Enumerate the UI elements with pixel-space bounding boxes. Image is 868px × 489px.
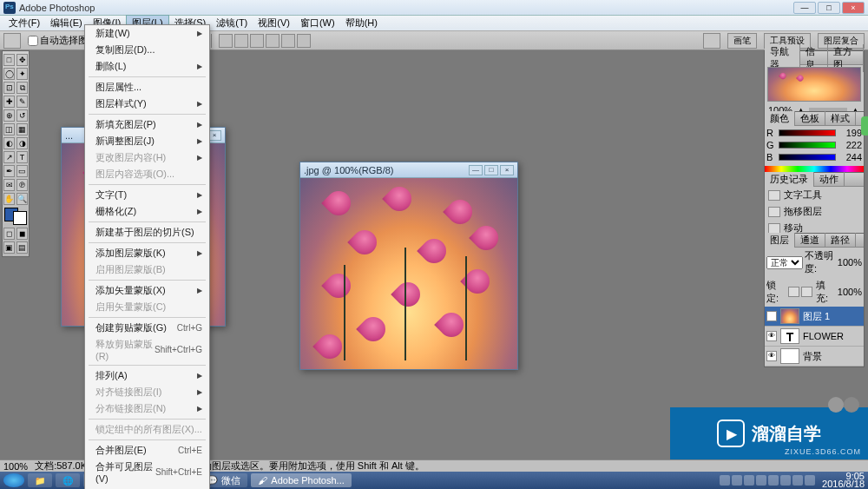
- tab-actions[interactable]: 动作: [814, 172, 845, 187]
- tool-brush[interactable]: ✎: [16, 96, 28, 108]
- menu-item[interactable]: 新填充图层(P)▶: [85, 116, 209, 133]
- history-item[interactable]: 拖移图层: [765, 203, 864, 220]
- edge-tab[interactable]: [861, 116, 868, 135]
- distribute-icon[interactable]: [281, 34, 295, 48]
- menu-item[interactable]: 删除(L)▶: [85, 58, 209, 75]
- visibility-icon[interactable]: 👁: [766, 331, 777, 341]
- distribute-icon[interactable]: [297, 34, 311, 48]
- minimize-button[interactable]: —: [793, 2, 816, 14]
- close-button[interactable]: ×: [842, 2, 865, 14]
- tool-slice[interactable]: ⧉: [16, 82, 28, 94]
- tool-shape[interactable]: ▭: [16, 165, 28, 177]
- maximize-button[interactable]: □: [818, 2, 840, 14]
- tool-eyedrop[interactable]: ℗: [16, 179, 28, 191]
- menu-item[interactable]: 新建基于图层的切片(S): [85, 224, 209, 241]
- tool-blur[interactable]: ◐: [3, 137, 15, 149]
- tab-styles[interactable]: 样式: [825, 111, 856, 126]
- tool-stamp[interactable]: ⊕: [3, 109, 15, 122]
- tool-zoom[interactable]: 🔍: [16, 193, 28, 205]
- menu-item[interactable]: 合并图层(E)Ctrl+E: [85, 442, 209, 459]
- start-button[interactable]: [3, 473, 24, 487]
- distribute-icon[interactable]: [250, 34, 264, 48]
- history-item[interactable]: 文字工具: [765, 187, 864, 203]
- tool-path[interactable]: ↗: [3, 151, 15, 163]
- tool-move[interactable]: ✥: [16, 54, 28, 66]
- menu-item[interactable]: 排列(A)▶: [85, 367, 209, 384]
- toggle-icon[interactable]: [703, 33, 720, 49]
- menu-edit[interactable]: 编辑(E): [45, 16, 88, 30]
- b-slider[interactable]: [779, 154, 836, 161]
- tool-notes[interactable]: ✉: [3, 179, 15, 191]
- tab-channels[interactable]: 通道: [795, 233, 825, 248]
- menu-item[interactable]: 新建(W)▶: [85, 25, 209, 42]
- g-slider[interactable]: [779, 142, 836, 149]
- tool-mode[interactable]: ◻: [3, 228, 15, 240]
- navigator-thumbnail[interactable]: [767, 67, 861, 102]
- color-swatch[interactable]: [4, 208, 27, 225]
- menu-item[interactable]: 图层属性...: [85, 79, 209, 96]
- menu-item[interactable]: 拼合图层(F): [85, 486, 209, 489]
- layer-row[interactable]: 👁 背景: [765, 347, 864, 367]
- tool-marquee[interactable]: □: [3, 54, 15, 66]
- menu-item[interactable]: 图层样式(Y)▶: [85, 96, 209, 112]
- tray-icon[interactable]: [768, 475, 779, 486]
- tool-heal[interactable]: ✚: [3, 96, 15, 108]
- doc2-min[interactable]: —: [469, 165, 483, 175]
- tool-type[interactable]: T: [16, 151, 28, 163]
- tool-gradient[interactable]: ▦: [16, 123, 28, 135]
- tool-hand[interactable]: ✋: [3, 193, 15, 205]
- menu-item[interactable]: 合并可见图层(V)Shift+Ctrl+E: [85, 459, 209, 486]
- opacity-value[interactable]: 100%: [838, 257, 862, 268]
- tool-screen2[interactable]: ▤: [16, 241, 28, 254]
- distribute-icon[interactable]: [219, 34, 233, 48]
- tool-screen[interactable]: ▣: [3, 241, 15, 254]
- taskbar-item-active[interactable]: 🖌Adobe Photosh...: [251, 473, 351, 487]
- menu-item[interactable]: 复制图层(D)...: [85, 42, 209, 58]
- move-tool-icon[interactable]: [3, 33, 21, 49]
- tray-icon[interactable]: [720, 475, 730, 486]
- menu-item[interactable]: 添加图层蒙版(K)▶: [85, 245, 209, 261]
- tray-icon[interactable]: [744, 475, 754, 486]
- doc2-max[interactable]: □: [484, 165, 498, 175]
- menu-item[interactable]: 新调整图层(J)▶: [85, 133, 209, 149]
- lock-icon[interactable]: [788, 287, 799, 297]
- menu-view[interactable]: 视图(V): [253, 16, 295, 30]
- doc2-close[interactable]: ×: [500, 165, 514, 175]
- tab-paths[interactable]: 路径: [825, 233, 856, 248]
- blend-mode-select[interactable]: 正常: [766, 256, 803, 269]
- tool-wand[interactable]: ✦: [16, 68, 28, 80]
- menu-file[interactable]: 文件(F): [3, 16, 45, 30]
- distribute-icon[interactable]: [234, 34, 248, 48]
- tray-icon[interactable]: [792, 475, 803, 486]
- tool-lasso[interactable]: ◯: [3, 68, 15, 80]
- menu-window[interactable]: 窗口(W): [295, 16, 340, 30]
- tab-swatches[interactable]: 色板: [795, 111, 825, 126]
- fill-value[interactable]: 100%: [838, 287, 862, 297]
- tray-icon[interactable]: [780, 475, 791, 486]
- tool-pen[interactable]: ✒: [3, 165, 15, 177]
- lock-icon[interactable]: [801, 287, 812, 297]
- tab-color[interactable]: 颜色: [765, 111, 795, 126]
- tab-history[interactable]: 历史记录: [765, 172, 814, 187]
- doc2-titlebar[interactable]: .jpg @ 100%(RGB/8) — □ ×: [300, 162, 517, 178]
- menu-item[interactable]: 创建剪贴蒙版(G)Ctrl+G: [85, 320, 209, 336]
- menu-item[interactable]: 栅格化(Z)▶: [85, 203, 209, 220]
- taskbar-pin[interactable]: 📁: [28, 473, 52, 487]
- visibility-icon[interactable]: 👁: [766, 311, 777, 321]
- tray-icon[interactable]: [756, 475, 766, 486]
- layer-row[interactable]: 👁 图层 1: [765, 307, 864, 327]
- menu-item[interactable]: 文字(T)▶: [85, 187, 209, 203]
- taskbar-pin[interactable]: 🌐: [56, 473, 80, 487]
- menu-help[interactable]: 帮助(H): [340, 16, 383, 30]
- layer-row[interactable]: 👁 T FLOWER: [765, 327, 864, 347]
- r-slider[interactable]: [779, 129, 836, 136]
- tray-icon[interactable]: [805, 475, 815, 486]
- distribute-icon[interactable]: [266, 34, 279, 48]
- tool-history[interactable]: ↺: [16, 109, 28, 122]
- visibility-icon[interactable]: 👁: [766, 351, 777, 361]
- tool-crop[interactable]: ⊡: [3, 82, 15, 94]
- tab-layers[interactable]: 图层: [765, 233, 795, 248]
- menu-item[interactable]: 添加矢量蒙版(X)▶: [85, 282, 209, 299]
- clock[interactable]: 9:05 2016/8/18: [822, 472, 865, 488]
- tool-eraser[interactable]: ◫: [3, 123, 15, 135]
